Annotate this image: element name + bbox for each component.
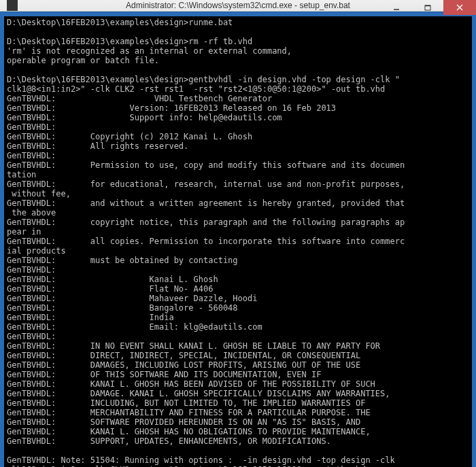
console-line: GenTBVHDL: KANAI L. GHOSH HAS NO OBLIGAT… xyxy=(7,427,469,436)
console-line: GenTBVHDL: Kanai L. Ghosh xyxy=(7,275,469,284)
console-line: operable program or batch file. xyxy=(7,56,469,65)
console-line: GenTBVHDL: Bangalore - 560048 xyxy=(7,303,469,313)
close-icon xyxy=(456,4,463,11)
console-line: GenTBVHDL: xyxy=(7,122,469,132)
console-line: GenTBVHDL: SOFTWARE PROVIDED HEREUNDER I… xyxy=(7,417,469,427)
console-line: GenTBVHDL: and without a written agreeme… xyxy=(7,198,469,208)
window-controls xyxy=(381,0,476,15)
console-line: GenTBVHDL: xyxy=(7,332,469,341)
console-line: GenTBVHDL: KANAI L. GHOSH HAS BEEN ADVIS… xyxy=(7,379,469,389)
console-line: clk1@8<in1:in2>" -clk CLK2 -rst rst1 -rs… xyxy=(7,84,469,94)
console-line: GenTBVHDL: DAMAGE. KANAI L. GHOSH SPECIF… xyxy=(7,389,469,398)
close-button[interactable] xyxy=(443,0,476,15)
minimize-button[interactable] xyxy=(381,0,412,15)
console-line: pear in xyxy=(7,227,469,237)
console-frame: D:\Desktop\16FEB2013\examples\design>run… xyxy=(0,12,476,467)
console-line: GenTBVHDL: must be obtained by contactin… xyxy=(7,256,469,265)
console-line: GenTBVHDL: VHDL Testbench Generator xyxy=(7,94,469,103)
cmd-window: Administrator: C:\Windows\system32\cmd.e… xyxy=(0,0,476,467)
console-line: GenTBVHDL: INCLUDING, BUT NOT LIMITED TO… xyxy=(7,398,469,408)
console-line: without fee, xyxy=(7,189,469,198)
console-line: GenTBVHDL: Flat No- A406 xyxy=(7,284,469,294)
console-line: GenTBVHDL: Permission to use, copy and m… xyxy=(7,160,469,170)
console-line: GenTBVHDL: Version: 16FEB2013 Released o… xyxy=(7,103,469,113)
console-line: GenTBVHDL: OF THIS SOFTWARE AND ITS DOCU… xyxy=(7,370,469,379)
console-line: GenTBVHDL: xyxy=(7,151,469,160)
console-line: GenTBVHDL: Support info: help@edautils.c… xyxy=(7,113,469,122)
minimize-icon xyxy=(393,4,400,11)
console-line: D:\Desktop\16FEB2013\examples\design>run… xyxy=(7,18,469,27)
console-line: GenTBVHDL: MERCHANTABILITY AND FITNESS F… xyxy=(7,408,469,417)
console-line: GenTBVHDL: Copyright (c) 2012 Kanai L. G… xyxy=(7,132,469,141)
console-line: GenTBVHDL: SUPPORT, UPDATES, ENHANCEMENT… xyxy=(7,436,469,446)
cmd-icon xyxy=(7,0,18,11)
console-line: GenTBVHDL: for educational, research, in… xyxy=(7,179,469,189)
console-line: GenTBVHDL: IN NO EVENT SHALL KANAI L. GH… xyxy=(7,341,469,351)
console-line: GenTBVHDL: DAMAGES, INCLUDING LOST PROFI… xyxy=(7,360,469,370)
console-line: GenTBVHDL: India xyxy=(7,313,469,322)
console-line: GenTBVHDL: all copies. Permission to inc… xyxy=(7,237,469,246)
console-line: GenTBVHDL: xyxy=(7,265,469,275)
maximize-button[interactable] xyxy=(412,0,443,15)
maximize-icon xyxy=(424,4,431,11)
console-line: GenTBVHDL: Email: klg@edautils.com xyxy=(7,322,469,332)
console-line: GenTBVHDL: Mahaveer Dazzle, Hoodi xyxy=(7,294,469,303)
console-line: GenTBVHDL: All rights reserved. xyxy=(7,141,469,151)
console-line xyxy=(7,446,469,455)
console-line xyxy=(7,65,469,75)
console-line: GenTBVHDL: copyright notice, this paragr… xyxy=(7,218,469,227)
console-line: the above xyxy=(7,208,469,218)
console-output[interactable]: D:\Desktop\16FEB2013\examples\design>run… xyxy=(4,16,472,467)
console-line: GenTBVHDL: Note: 51504: Running with opt… xyxy=(7,455,469,465)
console-line: D:\Desktop\16FEB2013\examples\design>rm … xyxy=(7,37,469,46)
console-line: 'rm' is not recognized as an internal or… xyxy=(7,46,469,56)
titlebar[interactable]: Administrator: C:\Windows\system32\cmd.e… xyxy=(0,0,476,12)
console-line: ial products xyxy=(7,246,469,256)
console-line: GenTBVHDL: DIRECT, INDIRECT, SPECIAL, IN… xyxy=(7,351,469,360)
console-line xyxy=(7,27,469,37)
console-line: D:\Desktop\16FEB2013\examples\design>gen… xyxy=(7,75,469,84)
console-line: tation xyxy=(7,170,469,179)
